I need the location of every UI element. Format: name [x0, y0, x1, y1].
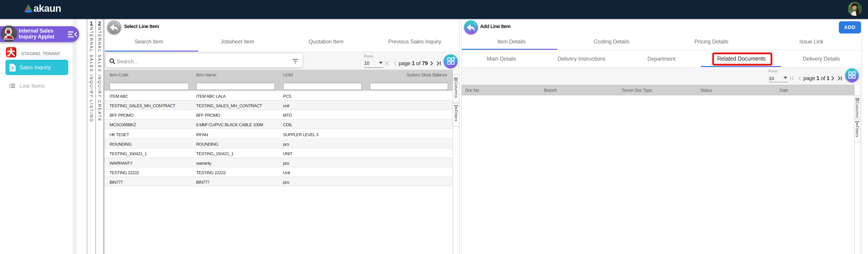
svg-text:$: $: [11, 66, 14, 70]
svg-text:A: A: [5, 36, 7, 38]
